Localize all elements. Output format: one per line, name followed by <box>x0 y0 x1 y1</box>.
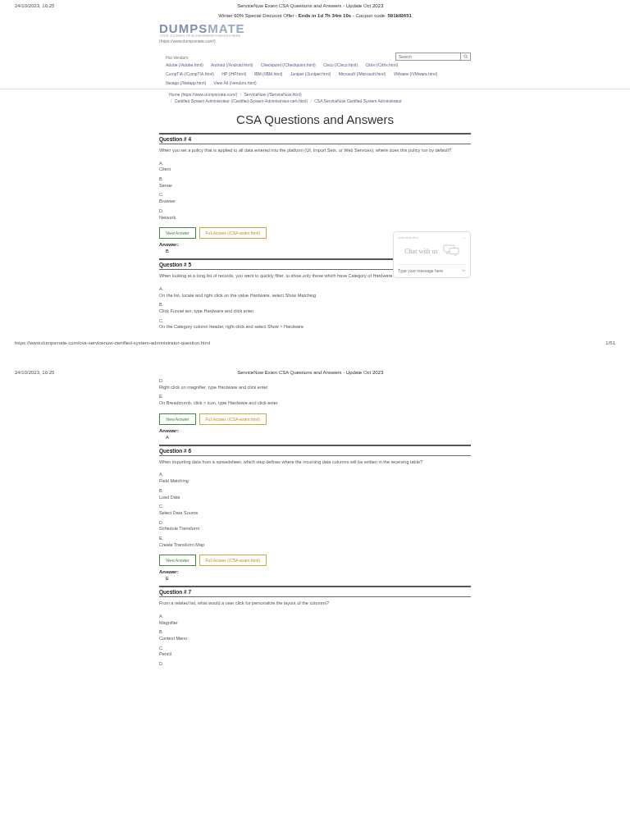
question-text: When you set a policy that is applied to… <box>159 148 471 154</box>
vendor-link[interactable]: Citrix (/Citrix.html) <box>366 62 399 67</box>
option-label: C. <box>159 504 471 510</box>
vendor-link[interactable]: Netapp (/Netapp.html) <box>166 80 206 85</box>
vendor-link[interactable]: VMware (/VMware.html) <box>394 71 438 76</box>
minimize-icon[interactable]: — <box>463 235 466 240</box>
question-text: When importing data from a spreadsheet, … <box>159 459 471 466</box>
vendor-link[interactable]: HP (/HP.html) <box>221 71 246 76</box>
vendor-link[interactable]: View All (/vendors.html) <box>214 80 257 85</box>
option-text: Server <box>159 183 172 188</box>
question-header: Question # 6 <box>159 446 471 456</box>
option-text: Pencil <box>159 651 171 656</box>
option-text: Schedule Transform <box>159 526 199 531</box>
promo-ends-label: Ends in <box>299 13 317 18</box>
chat-subtitle: unlimited chat <box>398 235 418 240</box>
promo-coupon: 591klB651 <box>387 13 411 18</box>
breadcrumb-home[interactable]: Home (https://www.dumpsmate.com/) <box>169 92 237 97</box>
answer-value: E <box>166 576 471 581</box>
promo-banner: Winter 60% Special Discount Offer - Ends… <box>0 13 630 18</box>
promo-coupon-label: - Coupon code: <box>353 13 388 18</box>
chat-widget: unlimited chat — Chat with us ➢ <box>393 231 471 278</box>
view-answer-button[interactable]: View Answer <box>159 555 196 566</box>
question-header: Question # 7 <box>159 587 471 597</box>
option-label: C. <box>159 646 471 652</box>
chat-input[interactable] <box>398 268 461 273</box>
vendor-link[interactable]: CompTIA (/CompTIA.html) <box>166 71 214 76</box>
option-text: Create Transform Map <box>159 542 204 547</box>
option-label: B. <box>159 629 471 636</box>
footer-url: https://www.dumpsmate.com/csa-servicenow… <box>15 340 210 345</box>
full-access-button[interactable]: Full Access (/CSA-exam.html) <box>199 555 267 566</box>
vendor-links-row2: CompTIA (/CompTIA.html) HP (/HP.html) IB… <box>166 71 471 77</box>
option-text: Select Data Source <box>159 510 198 515</box>
option-text: On the Category column header, right cli… <box>159 324 304 329</box>
option-label: C. <box>159 192 471 199</box>
breadcrumb-sep: / <box>240 92 241 97</box>
view-answer-button[interactable]: View Answer <box>159 227 196 239</box>
breadcrumb-cert[interactable]: Certified System Administrator (/Certifi… <box>175 98 308 103</box>
option-label: A. <box>159 161 471 167</box>
breadcrumb-vendor[interactable]: ServiceNow (/ServiceNow.html) <box>244 92 302 97</box>
option-text: Magnifier <box>159 620 178 625</box>
option-text: Client <box>159 167 171 171</box>
option-text: Load Data <box>159 495 180 500</box>
option-label: D. <box>159 208 471 215</box>
full-access-button[interactable]: Full Access (/CSA-exam.html) <box>199 227 267 239</box>
vendor-link[interactable]: Checkpoint (/Checkpoint.html) <box>261 62 316 67</box>
footer-page: 1/51 <box>605 340 615 345</box>
brand-tagline: YOUR JOURNEY OF ACHIEVEMENTS BEGINS HERE <box>159 34 240 38</box>
breadcrumb-sep: / <box>310 98 311 103</box>
vendor-links-row1: Adobe (/Adobe.html) Android (/Android.ht… <box>166 62 471 68</box>
answer-label: Answer: <box>159 569 471 574</box>
option-label: A. <box>159 614 471 620</box>
print-title: ServiceNow Exam CSA Questions and Answer… <box>54 3 566 8</box>
search-input[interactable] <box>395 52 461 61</box>
vendor-link[interactable]: Adobe (/Adobe.html) <box>166 62 203 67</box>
option-label: D. <box>159 661 471 668</box>
option-text: On Breadcrumb, click > icon, type Hardwa… <box>159 400 278 405</box>
svg-point-0 <box>463 54 466 57</box>
option-label: D. <box>159 520 471 527</box>
view-answer-button[interactable]: View Answer <box>159 413 196 425</box>
vendor-link[interactable]: Android (/Android.html) <box>211 62 253 67</box>
option-label: B. <box>159 302 471 308</box>
vendor-link[interactable]: Cisco (/Cisco.html) <box>323 62 358 67</box>
chat-send-icon[interactable]: ➢ <box>461 267 466 274</box>
print-title: ServiceNow Exam CSA Questions and Answer… <box>54 370 566 375</box>
chat-title: Chat with us <box>404 248 437 255</box>
option-text: Right click on magnifier, type Hardware … <box>159 385 267 390</box>
option-text: Network <box>159 215 176 220</box>
option-label: C. <box>159 318 471 325</box>
section-divider <box>0 89 630 89</box>
option-label: D. <box>159 378 471 385</box>
answer-value: A <box>166 435 471 440</box>
search-button[interactable] <box>461 52 471 61</box>
vendor-link[interactable]: IBM (/IBM.html) <box>254 71 283 76</box>
option-label: B. <box>159 488 471 495</box>
option-label: A. <box>159 472 471 478</box>
promo-countdown: 1d 7h 34m 10s <box>317 13 351 18</box>
option-text: Click Funnel ten, type Hardware and clic… <box>159 308 253 313</box>
vendor-link[interactable]: Microsoft (/Microsoft.html) <box>339 71 386 76</box>
option-text: On the list, locate and right click on t… <box>159 293 316 298</box>
page-title: CSA Questions and Answers <box>159 112 471 126</box>
full-access-button[interactable]: Full Access (/CSA-exam.html) <box>199 413 267 425</box>
print-datetime: 24/10/2023, 16:25 <box>15 3 54 8</box>
vendor-links-row3: Netapp (/Netapp.html) View All (/vendors… <box>166 80 471 86</box>
option-text: Field Matching <box>159 478 189 483</box>
search-icon <box>463 54 468 60</box>
breadcrumb-exam: CSA ServiceNow Certified System Administ… <box>314 98 402 103</box>
option-label: E. <box>159 394 471 400</box>
print-datetime: 24/10/2023, 16:25 <box>15 370 54 375</box>
svg-line-1 <box>466 57 468 58</box>
breadcrumb: Home (https://www.dumpsmate.com/) / Serv… <box>169 92 471 104</box>
question-text: From a related list, what would a user c… <box>159 600 471 607</box>
option-label: A. <box>159 286 471 293</box>
svg-rect-3 <box>450 249 459 254</box>
option-text: Context Menu <box>159 636 187 641</box>
promo-prefix: Winter 60% Special Discount Offer - <box>218 13 299 18</box>
vendor-link[interactable]: Juniper (/Juniper.html) <box>290 71 331 76</box>
chat-bubble-icon <box>443 244 459 258</box>
option-text: Browser <box>159 199 176 203</box>
brand-url: (https://www.dumpsmate.com/) <box>159 39 216 43</box>
breadcrumb-sep: / <box>171 98 171 103</box>
